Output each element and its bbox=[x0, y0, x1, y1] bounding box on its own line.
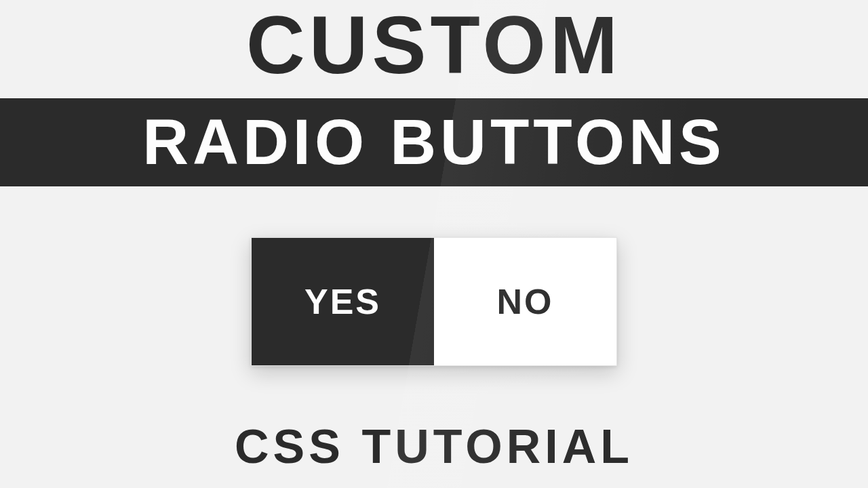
footer-text: CSS TUTORIAL bbox=[0, 423, 868, 470]
footer-row: CSS TUTORIAL bbox=[0, 423, 868, 470]
radio-option-no[interactable]: NO bbox=[434, 238, 616, 365]
radio-group[interactable]: YES NO bbox=[251, 237, 617, 366]
radio-option-yes-label: YES bbox=[304, 281, 381, 322]
radio-option-no-label: NO bbox=[497, 281, 554, 322]
title-row: CUSTOM bbox=[0, 4, 868, 85]
title-custom: CUSTOM bbox=[0, 4, 868, 85]
banner-text: RADIO BUTTONS bbox=[142, 110, 726, 174]
banner: RADIO BUTTONS bbox=[0, 98, 868, 186]
radio-option-yes[interactable]: YES bbox=[252, 238, 434, 365]
